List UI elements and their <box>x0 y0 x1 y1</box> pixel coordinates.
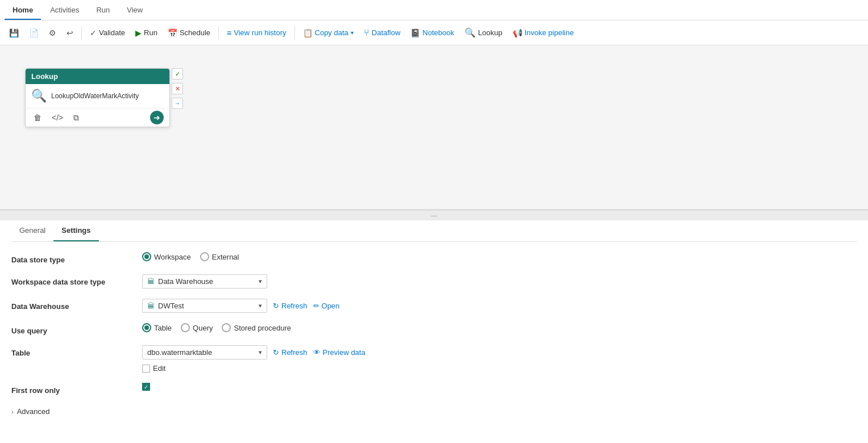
edit-label: Edit <box>153 364 165 373</box>
advanced-chevron: › <box>11 408 14 415</box>
settings-button[interactable]: ⚙ <box>44 26 61 40</box>
settings-icon: ⚙ <box>49 28 56 37</box>
radio-external-label: External <box>212 253 239 261</box>
tab-home[interactable]: Home <box>5 1 41 20</box>
lookup-toolbar-button[interactable]: 🔍 Lookup <box>460 25 507 40</box>
edit-checkbox[interactable]: Edit <box>142 364 165 373</box>
node-code-button[interactable]: </> <box>49 112 65 123</box>
radio-sp-label: Stored procedure <box>234 324 290 332</box>
validate-button[interactable]: ✓ Validate <box>85 26 130 40</box>
validate-icon: ✓ <box>90 28 97 37</box>
node-complete-icon[interactable]: → <box>172 98 183 109</box>
activity-type-icon: 🔍 <box>31 89 47 103</box>
copy-data-label: Copy data <box>315 28 348 37</box>
tab-view[interactable]: View <box>119 1 151 20</box>
refresh-button-table[interactable]: ↻ Refresh <box>273 348 308 357</box>
data-warehouse-label: Data Warehouse <box>11 299 142 311</box>
toolbar: 💾 📄 ⚙ ↩ ✓ Validate ▶ Run 📅 Schedule ≡ Vi… <box>0 20 868 45</box>
radio-table-circle <box>142 323 151 332</box>
first-row-only-row: First row only ✓ <box>11 383 857 395</box>
table-arrow: ▾ <box>259 349 262 356</box>
validate-label: Validate <box>99 28 125 37</box>
radio-stored-procedure[interactable]: Stored procedure <box>222 323 290 332</box>
data-store-type-control: Workspace External <box>142 252 857 261</box>
view-run-history-icon: ≡ <box>227 28 231 37</box>
node-success-icon[interactable]: ✓ <box>172 68 183 80</box>
view-run-history-label: View run history <box>234 28 286 37</box>
refresh-label-table: Refresh <box>281 348 308 357</box>
radio-query-label: Query <box>193 324 213 332</box>
save-icon: 💾 <box>9 28 19 37</box>
data-store-type-label: Data store type <box>11 252 142 264</box>
lookup-toolbar-icon: 🔍 <box>464 27 476 38</box>
node-fail-icon[interactable]: ✕ <box>172 83 183 94</box>
edit-checkbox-box <box>142 365 150 373</box>
schedule-button[interactable]: 📅 Schedule <box>163 26 215 40</box>
workspace-data-store-type-arrow: ▾ <box>259 278 262 285</box>
save-button[interactable]: 💾 <box>5 26 23 40</box>
panel-tab-settings[interactable]: Settings <box>53 220 98 241</box>
radio-workspace[interactable]: Workspace <box>142 252 191 261</box>
radio-external-circle <box>200 252 209 261</box>
table-dropdown[interactable]: dbo.watermarktable ▾ <box>142 345 267 360</box>
schedule-icon: 📅 <box>168 28 177 37</box>
data-store-type-radio-group: Workspace External <box>142 252 239 261</box>
data-warehouse-value: DWTest <box>158 302 184 310</box>
toolbar-sep-2 <box>218 26 219 40</box>
notebook-button[interactable]: 📓 Notebook <box>406 26 459 40</box>
open-label: Open <box>322 302 340 310</box>
open-button[interactable]: ✏ Open <box>313 302 340 310</box>
radio-table[interactable]: Table <box>142 323 172 332</box>
data-warehouse-arrow: ▾ <box>259 302 262 310</box>
radio-workspace-circle <box>142 252 151 261</box>
panel-resize-handle[interactable]: — <box>0 210 868 220</box>
node-next-button[interactable]: ➜ <box>150 111 164 124</box>
notebook-label: Notebook <box>422 28 454 37</box>
data-warehouse-row: Data Warehouse 🏛 DWTest ▾ ↻ Refresh ✏ Op… <box>11 299 857 313</box>
use-query-control: Table Query Stored procedure <box>142 323 857 332</box>
radio-query[interactable]: Query <box>181 323 213 332</box>
radio-workspace-label: Workspace <box>154 253 191 261</box>
activity-node[interactable]: Lookup 🔍 LookupOldWaterMarkActivity 🗑 </… <box>25 68 170 127</box>
panel-tab-general[interactable]: General <box>11 220 53 241</box>
node-copy-button[interactable]: ⧉ <box>71 112 81 124</box>
invoke-pipeline-label: Invoke pipeline <box>525 28 574 37</box>
dataflow-label: Dataflow <box>372 28 401 37</box>
workspace-data-store-type-control: 🏛 Data Warehouse ▾ <box>142 274 857 289</box>
radio-query-circle <box>181 323 190 332</box>
tab-activities[interactable]: Activities <box>42 1 87 20</box>
workspace-data-store-type-row: Workspace data store type 🏛 Data Warehou… <box>11 274 857 289</box>
tab-run[interactable]: Run <box>88 1 118 20</box>
panel-tabs: General Settings <box>11 220 857 242</box>
dw-dropdown-icon: 🏛 <box>147 302 155 310</box>
data-warehouse-dropdown[interactable]: 🏛 DWTest ▾ <box>142 299 267 313</box>
preview-data-button[interactable]: 👁 Preview data <box>313 348 366 357</box>
undo-button[interactable]: ↩ <box>62 26 78 40</box>
advanced-row[interactable]: › Advanced <box>11 405 857 418</box>
warehouse-icon: 🏛 <box>147 277 155 286</box>
view-run-history-button[interactable]: ≡ View run history <box>222 26 290 40</box>
save-all-button[interactable]: 📄 <box>24 26 43 40</box>
activity-node-title: Lookup <box>31 72 58 81</box>
toolbar-sep-1 <box>81 26 82 40</box>
node-delete-button[interactable]: 🗑 <box>31 112 44 123</box>
refresh-icon-table: ↻ <box>273 348 279 357</box>
first-row-only-checkbox[interactable]: ✓ <box>142 383 150 391</box>
radio-external[interactable]: External <box>200 252 239 261</box>
settings-panel: General Settings Data store type Workspa… <box>0 220 868 443</box>
run-button[interactable]: ▶ Run <box>131 26 162 40</box>
copy-data-button[interactable]: 📋 Copy data ▾ <box>298 26 358 40</box>
refresh-button-dw[interactable]: ↻ Refresh <box>273 302 308 310</box>
preview-data-icon: 👁 <box>313 348 321 357</box>
workspace-data-store-type-dropdown[interactable]: 🏛 Data Warehouse ▾ <box>142 274 267 289</box>
refresh-label-dw: Refresh <box>281 302 308 310</box>
run-label: Run <box>144 28 157 37</box>
activity-node-header: Lookup <box>26 69 169 84</box>
nav-tabs: Home Activities Run View <box>0 0 868 20</box>
invoke-pipeline-button[interactable]: 📢 Invoke pipeline <box>508 26 579 40</box>
copy-data-icon: 📋 <box>303 28 313 37</box>
dataflow-button[interactable]: ⑂ Dataflow <box>359 26 405 40</box>
preview-data-label: Preview data <box>323 348 366 357</box>
canvas-area[interactable]: Lookup 🔍 LookupOldWaterMarkActivity 🗑 </… <box>0 45 868 210</box>
run-icon: ▶ <box>135 28 142 37</box>
